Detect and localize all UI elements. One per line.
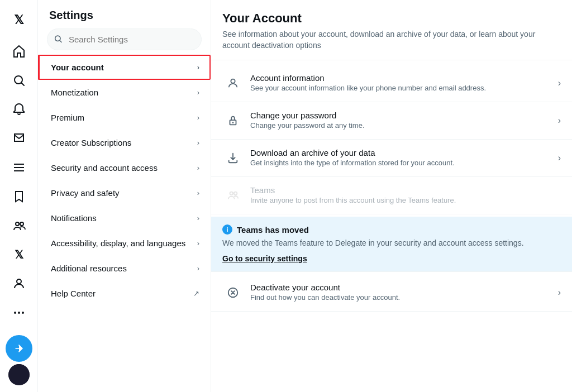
sidebar-item-label: Notifications: [51, 213, 97, 223]
sidebar-item-label: Help Center: [51, 289, 96, 298]
chevron-right-icon: ›: [197, 239, 199, 247]
download-archive-row[interactable]: Download an archive of your data Get ins…: [211, 140, 572, 177]
svg-point-10: [8, 364, 30, 385]
chevron-right-icon: ›: [558, 153, 561, 163]
svg-point-8: [18, 312, 20, 314]
teams-title: Teams: [250, 185, 554, 195]
lists-icon[interactable]: [6, 154, 32, 181]
compose-button[interactable]: [6, 335, 32, 362]
chevron-right-icon: ›: [558, 288, 561, 298]
more-icon[interactable]: [6, 299, 32, 326]
svg-point-15: [230, 192, 233, 195]
sidebar-item-label: Accessibility, display, and languages: [51, 238, 185, 248]
sidebar-item-creator-subscriptions[interactable]: Creator Subscriptions ›: [38, 130, 211, 155]
svg-point-4: [16, 222, 19, 226]
svg-point-7: [14, 312, 16, 314]
sidebar-item-monetization[interactable]: Monetization ›: [38, 80, 211, 105]
communities-icon[interactable]: [6, 212, 32, 239]
sidebar-item-security-account-access[interactable]: Security and account access ›: [38, 155, 211, 180]
home-icon[interactable]: [6, 38, 32, 65]
teams-desc: Invite anyone to post from this account …: [250, 196, 554, 205]
messages-icon[interactable]: [6, 125, 32, 152]
teams-row: Teams Invite anyone to post from this ac…: [211, 177, 572, 214]
sidebar-item-your-account[interactable]: Your account ›: [38, 55, 211, 80]
bookmarks-icon[interactable]: [6, 183, 32, 210]
deactivate-account-row[interactable]: Deactivate your account Find out how you…: [211, 274, 572, 312]
sidebar-item-label: Additional resources: [51, 264, 127, 273]
deactivate-icon: [222, 282, 244, 303]
teams-icon: [222, 185, 244, 206]
chevron-right-icon: ›: [197, 88, 199, 97]
sidebar-item-label: Privacy and safety: [51, 188, 120, 198]
chevron-right-icon: ›: [197, 189, 199, 197]
chevron-right-icon: ›: [558, 116, 561, 126]
sidebar-item-help-center[interactable]: Help Center ↗: [38, 281, 211, 306]
download-archive-title: Download an archive of your data: [250, 148, 551, 157]
svg-point-9: [22, 312, 24, 314]
sidebar-item-label: Your account: [51, 63, 104, 72]
sidebar-item-notifications[interactable]: Notifications ›: [38, 205, 211, 231]
profile-icon[interactable]: [6, 270, 32, 297]
change-password-title: Change your password: [250, 111, 551, 120]
svg-point-14: [232, 122, 234, 123]
svg-rect-3: [14, 170, 24, 171]
chevron-right-icon: ›: [197, 264, 199, 273]
left-nav: 𝕏 𝕏: [0, 0, 38, 392]
sidebar-item-privacy-safety[interactable]: Privacy and safety ›: [38, 180, 211, 205]
sidebar-item-accessibility-display-languages[interactable]: Accessibility, display, and languages ›: [38, 231, 211, 256]
divider: [211, 60, 572, 60]
teams-banner-title: Teams has moved: [237, 225, 309, 235]
svg-point-12: [231, 79, 235, 83]
sidebar-item-label: Premium: [51, 113, 84, 122]
settings-title: Settings: [38, 0, 211, 28]
deactivate-desc: Find out how you can deactivate your acc…: [250, 293, 551, 303]
chevron-right-icon: ›: [197, 113, 199, 122]
search-bar-container: [47, 28, 202, 50]
svg-point-5: [20, 222, 23, 226]
x-logo-icon[interactable]: 𝕏: [6, 7, 32, 34]
go-to-security-settings-link[interactable]: Go to security settings: [222, 254, 307, 263]
sidebar-item-premium[interactable]: Premium ›: [38, 105, 211, 130]
premium-x-icon[interactable]: 𝕏: [6, 241, 32, 268]
account-info-icon: [222, 73, 244, 94]
settings-sidebar: Settings Your account › Monetization › P…: [38, 0, 211, 392]
svg-rect-2: [14, 167, 24, 168]
chevron-right-icon: ›: [197, 63, 199, 71]
chevron-right-icon: ›: [197, 214, 199, 222]
chevron-right-icon: ›: [197, 164, 199, 172]
change-password-row[interactable]: Change your password Change your passwor…: [211, 102, 572, 140]
sidebar-item-label: Security and account access: [51, 163, 158, 173]
main-header: Your Account See information about your …: [211, 11, 572, 55]
teams-banner-text: We moved the Teams feature to Delegate i…: [222, 238, 561, 249]
change-password-desc: Change your password at any time.: [250, 121, 551, 131]
user-avatar[interactable]: [8, 364, 30, 385]
account-info-title: Account information: [250, 73, 551, 83]
info-icon: i: [222, 224, 232, 235]
page-subtitle: See information about your account, down…: [222, 29, 561, 51]
notifications-icon[interactable]: [6, 96, 32, 123]
account-information-row[interactable]: Account information See your account inf…: [211, 65, 572, 102]
search-icon: [54, 34, 63, 45]
svg-rect-1: [14, 164, 24, 165]
sidebar-item-label: Creator Subscriptions: [51, 138, 131, 147]
download-icon: [222, 147, 244, 169]
password-icon: [222, 110, 244, 131]
account-info-desc: See your account information like your p…: [250, 84, 551, 93]
page-title: Your Account: [222, 11, 561, 26]
download-archive-desc: Get insights into the type of informatio…: [250, 159, 551, 168]
chevron-right-icon: ›: [197, 138, 199, 147]
deactivate-title: Deactivate your account: [250, 283, 551, 292]
teams-moved-banner: i Teams has moved We moved the Teams fea…: [211, 217, 572, 272]
main-content: Your Account See information about your …: [211, 0, 572, 392]
search-icon[interactable]: [6, 67, 32, 94]
external-link-icon: ↗: [193, 289, 199, 298]
sidebar-item-additional-resources[interactable]: Additional resources ›: [38, 256, 211, 281]
search-input[interactable]: [47, 28, 202, 50]
sidebar-item-label: Monetization: [51, 88, 98, 97]
svg-point-6: [17, 279, 21, 284]
chevron-right-icon: ›: [558, 78, 561, 88]
svg-point-16: [234, 192, 237, 195]
